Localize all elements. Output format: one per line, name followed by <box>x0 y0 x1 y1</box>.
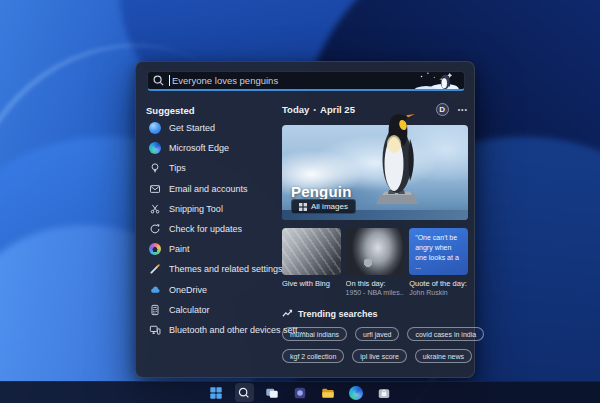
text-caret <box>169 75 170 86</box>
give-with-bing-image <box>282 228 341 275</box>
hero-card-penguin[interactable]: Penguin All images <box>282 125 468 220</box>
trending-title: Trending searches <box>298 309 378 319</box>
windows-logo-icon <box>209 386 223 400</box>
suggested-item-label: Tips <box>169 163 186 173</box>
scissors-icon <box>149 203 161 215</box>
suggested-item-label: Themes and related settings <box>169 264 283 274</box>
edge-icon <box>349 386 363 400</box>
daily-badge-button[interactable]: D <box>436 103 449 116</box>
suggested-item-label: Email and accounts <box>169 184 248 194</box>
suggested-item-snipping-tool[interactable]: Snipping Tool <box>149 199 279 219</box>
today-label: Today <box>282 104 309 115</box>
store-button[interactable] <box>375 383 394 402</box>
search-bar[interactable]: Everyone loves penguins <box>147 71 465 91</box>
suggested-item-check-for-updates[interactable]: Check for updates <box>149 219 279 239</box>
suggested-item-tips[interactable]: Tips <box>149 158 279 178</box>
suggested-item-calculator[interactable]: Calculator <box>149 300 279 320</box>
lightbulb-icon <box>149 162 161 174</box>
suggested-item-email-accounts[interactable]: Email and accounts <box>149 179 279 199</box>
search-taskbar-button[interactable] <box>235 383 254 402</box>
suggested-item-onedrive[interactable]: OneDrive <box>149 280 279 300</box>
all-images-button[interactable]: All images <box>291 199 356 214</box>
suggested-item-bluetooth-devices[interactable]: Bluetooth and other devices sett... <box>149 320 279 340</box>
trending-pill[interactable]: covid cases in india <box>407 327 484 341</box>
folder-icon <box>321 386 335 400</box>
card-subtitle: 1950 - NBA miles... <box>346 289 405 296</box>
trending-pill[interactable]: kgf 2 collection <box>282 349 344 363</box>
trending-pill[interactable]: ukraine news <box>415 349 472 363</box>
card-title: Give with Bing <box>282 279 341 288</box>
suggested-item-paint[interactable]: Paint <box>149 239 279 259</box>
images-icon <box>299 203 307 211</box>
suggested-item-label: OneDrive <box>169 285 207 295</box>
all-images-label: All images <box>311 202 348 211</box>
trending-row: mumbai indians urfi javed covid cases in… <box>282 327 472 341</box>
task-view-button[interactable] <box>263 383 282 402</box>
card-subtitle: John Ruskin <box>409 289 468 296</box>
trending-icon <box>282 308 293 319</box>
envelope-icon <box>149 183 161 195</box>
penguin-illustration <box>368 111 424 211</box>
card-give-with-bing[interactable]: Give with Bing <box>282 228 341 296</box>
search-input[interactable]: Everyone loves penguins <box>172 75 415 86</box>
hero-title: Penguin <box>291 183 352 200</box>
suggested-item-get-started[interactable]: Get Started <box>149 118 279 138</box>
trending-pill[interactable]: mumbai indians <box>282 327 347 341</box>
suggested-item-label: Paint <box>169 244 190 254</box>
chat-button[interactable] <box>291 383 310 402</box>
card-title: On this day: <box>346 279 405 288</box>
on-this-day-image <box>346 228 405 275</box>
chat-icon <box>293 386 307 400</box>
card-on-this-day[interactable]: On this day: 1950 - NBA miles... <box>346 228 405 296</box>
pencil-icon <box>149 263 161 275</box>
refresh-icon <box>149 223 161 235</box>
file-explorer-button[interactable] <box>319 383 338 402</box>
suggested-item-label: Get Started <box>169 123 215 133</box>
trending-pill[interactable]: urfi javed <box>355 327 399 341</box>
store-icon <box>377 386 391 400</box>
suggested-list: Get Started Microsoft Edge Tips Email an… <box>149 118 279 340</box>
date-label: April 25 <box>320 104 355 115</box>
quote-image: "One can't be angry when one looks at a … <box>409 228 468 275</box>
suggested-title: Suggested <box>146 105 195 116</box>
get-started-icon <box>149 122 161 134</box>
edge-button[interactable] <box>347 383 366 402</box>
suggested-item-label: Snipping Tool <box>169 204 223 214</box>
search-panel: Everyone loves penguins Suggested Get St… <box>135 61 475 378</box>
taskbar <box>0 381 600 403</box>
suggested-item-label: Check for updates <box>169 224 242 234</box>
search-icon <box>153 75 164 86</box>
trending-row: kgf 2 collection ipl live score ukraine … <box>282 349 472 363</box>
search-icon <box>237 386 251 400</box>
daily-cards: Give with Bing On this day: 1950 - NBA m… <box>282 228 468 296</box>
trending-header: Trending searches <box>282 308 472 319</box>
start-button[interactable] <box>207 383 226 402</box>
suggested-item-microsoft-edge[interactable]: Microsoft Edge <box>149 138 279 158</box>
cloud-icon <box>149 284 161 296</box>
card-quote-of-the-day[interactable]: "One can't be angry when one looks at a … <box>409 228 468 296</box>
card-title: Quote of the day: <box>409 279 468 288</box>
suggested-item-themes[interactable]: Themes and related settings <box>149 259 279 279</box>
trending-pill[interactable]: ipl live score <box>352 349 407 363</box>
desktop: Everyone loves penguins Suggested Get St… <box>0 0 600 403</box>
penguin-doodle-illustration <box>415 71 459 91</box>
more-options-button[interactable]: ••• <box>458 106 468 113</box>
devices-icon <box>149 324 161 336</box>
trending-section: Trending searches mumbai indians urfi ja… <box>282 308 472 363</box>
edge-icon <box>149 142 161 154</box>
quote-text: "One can't be angry when one looks at a … <box>409 228 468 275</box>
palette-icon <box>149 243 161 255</box>
dot-separator: • <box>313 105 316 114</box>
calculator-icon <box>149 304 161 316</box>
suggested-item-label: Calculator <box>169 305 210 315</box>
task-view-icon <box>265 386 279 400</box>
suggested-item-label: Microsoft Edge <box>169 143 229 153</box>
